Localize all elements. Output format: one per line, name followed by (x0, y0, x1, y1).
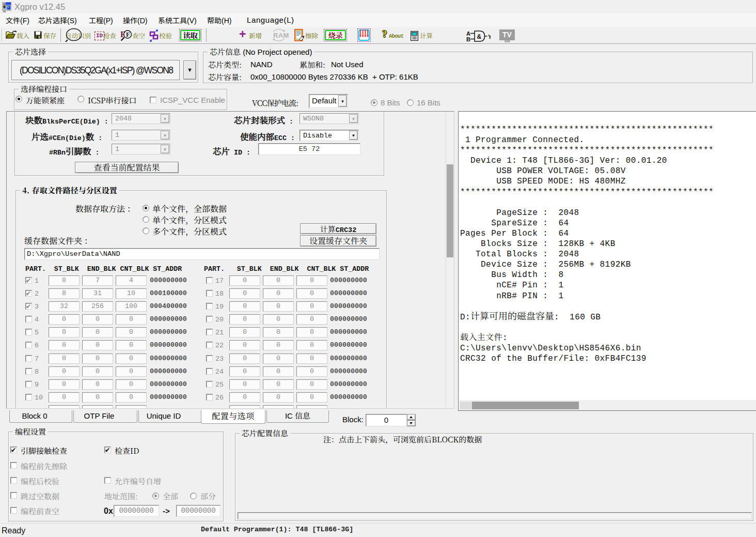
svg-text:F: F (126, 31, 130, 38)
svg-text:&: & (477, 33, 482, 40)
svg-text:B: B (466, 36, 470, 42)
svg-text:Y: Y (488, 34, 491, 40)
